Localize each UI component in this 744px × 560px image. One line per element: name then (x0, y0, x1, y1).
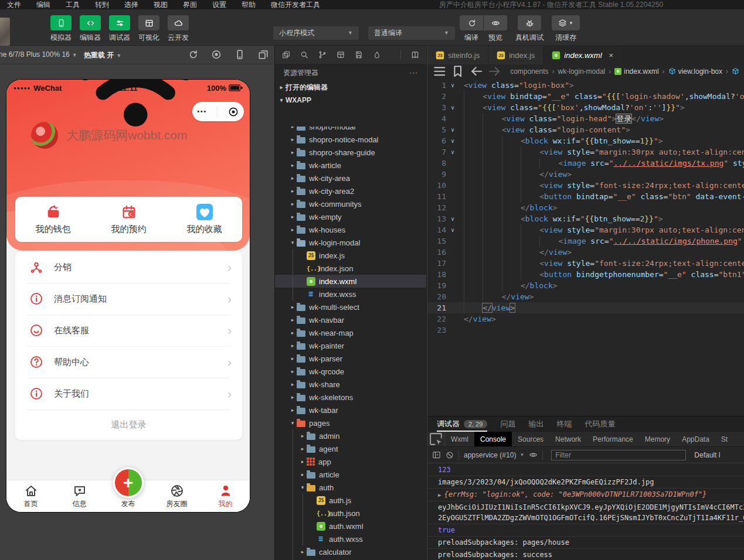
tree-item-app[interactable]: ▸app (275, 455, 426, 468)
clear-console-icon[interactable] (446, 451, 454, 459)
breadcrumb-item-index.wxml[interactable]: oindex.wxml (614, 67, 658, 76)
action-预览[interactable]: 预览 (484, 15, 507, 43)
devtools-tab-AppData[interactable]: AppData (676, 432, 715, 446)
tree-item-index.wxml[interactable]: oindex.wxml (275, 275, 426, 288)
log-levels-select[interactable]: Default l (694, 451, 720, 459)
list-icon[interactable] (432, 64, 447, 78)
code-line-17[interactable]: 17 <view style="font-size:24rpx;text-ali… (427, 258, 744, 269)
code-line-5[interactable]: 5∨ <view class="login-content"> (427, 124, 744, 135)
tree-item-auth[interactable]: ▾auth (275, 481, 426, 494)
console-row-2[interactable]: images/3/2023/04/jxQoOQOQ2dKe2PKZFmGeEQi… (427, 476, 744, 489)
console-row-3[interactable]: ▶{errMsg: "login:ok", code: "0e3WPn000vD… (427, 489, 744, 501)
toggle-sidebar-icon[interactable] (432, 450, 441, 459)
code-line-15[interactable]: 15 <image src="../../static/imgs/phone.p… (427, 235, 744, 247)
tree-item-wk-login-modal[interactable]: ▾wk-login-modal (275, 236, 426, 249)
toolbar-button-可视化[interactable]: 可视化 (138, 15, 159, 43)
tree-item-wk-near-map[interactable]: ▸wk-near-map (275, 326, 426, 339)
logout-button[interactable]: 退出登录 (15, 409, 242, 440)
code-line-2[interactable]: 2 <view bindtap="__e" class="{{['login-s… (427, 91, 744, 102)
code-line-22[interactable]: 22</view> (427, 313, 744, 325)
watch-expressions-icon[interactable] (529, 450, 538, 459)
editor-tab-index.js[interactable]: JSindex.js (488, 46, 543, 64)
tree-item-wk-article[interactable]: ▸wk-article (275, 159, 426, 172)
publish-button[interactable]: + (113, 467, 144, 498)
menu-item-帮助[interactable]: 帮助 (242, 0, 256, 10)
code-line-9[interactable]: 9 </view> (427, 169, 744, 180)
tree-item-wk-empty[interactable]: ▸wk-empty (275, 210, 426, 223)
explorer-save-button[interactable] (355, 50, 363, 59)
tree-item-wk-multi-select[interactable]: ▸wk-multi-select (275, 301, 426, 313)
code-line-8[interactable]: 8 <image src="../../static/imgs/tx.png" … (427, 158, 744, 169)
tree-item-wk-tabar[interactable]: ▸wk-tabar (275, 404, 426, 416)
menu-row-分销[interactable]: 分销› (15, 251, 242, 283)
devtools-tab-Memory[interactable]: Memory (639, 432, 676, 446)
console-row-7[interactable]: preloadSubpackages: success (427, 549, 744, 560)
devtools-tab-Network[interactable]: Network (549, 432, 587, 446)
menu-row-消息订阅通知[interactable]: 消息订阅通知› (15, 283, 242, 315)
menu-item-工具[interactable]: 工具 (66, 0, 80, 10)
code-line-11[interactable]: 11 <button bindtap="__e" class="btn" dat… (427, 191, 744, 202)
explorer-branch-button[interactable] (318, 50, 327, 59)
device-refresh-button[interactable] (188, 49, 198, 60)
code-line-1[interactable]: 1∨<view class="login-box"> (427, 80, 744, 91)
section-WXAPP[interactable]: ▾WXAPP (275, 94, 426, 107)
menu-item-文件[interactable]: 文件 (7, 0, 21, 10)
breadcrumb-item-wk-login-modal[interactable]: wk-login-modal (558, 67, 606, 76)
breadcrumb-item-view.login-box[interactable]: view.login-box (668, 67, 722, 76)
console-row-5[interactable]: true (427, 524, 744, 537)
quick-action-我的钱包[interactable]: 我的钱包 (15, 204, 91, 235)
toolbar-button-模拟器[interactable]: 模拟器 (50, 15, 72, 43)
editor-tab-index.wxml[interactable]: oindex.wxml× (543, 46, 622, 64)
fold-icon[interactable]: ∨ (446, 224, 459, 235)
code-line-10[interactable]: 10 <view style="font-size:24rpx;text-ali… (427, 180, 744, 191)
tree-item-calculator[interactable]: ▸calculator (275, 545, 426, 558)
tree-item-index.json[interactable]: {..}index.json (275, 262, 426, 275)
tree-item-pages[interactable]: ▾pages (275, 416, 426, 429)
console-row-6[interactable]: preloadSubpackages: pages/house (427, 537, 744, 549)
tree-item-wk-painter[interactable]: ▸wk-painter (275, 339, 426, 352)
menu-item-转到[interactable]: 转到 (95, 0, 109, 10)
debug-tab-代码质量[interactable]: 代码质量 (585, 416, 615, 432)
tree-item-auth.wxml[interactable]: oauth.wxml (275, 520, 426, 532)
tree-item-wk-communitys[interactable]: ▸wk-communitys (275, 197, 426, 210)
devtools-tab-Wxml[interactable]: Wxml (445, 432, 474, 446)
explorer-search-button[interactable] (300, 50, 308, 59)
code-line-6[interactable]: 6∨ <block wx:if="{{btn_show==1}}"> (427, 135, 744, 146)
code-line-4[interactable]: 4 <view class="login-head">登录</view> (427, 113, 744, 124)
fold-icon[interactable]: ∨ (446, 146, 459, 158)
breadcrumb-item-components[interactable]: components (510, 67, 548, 76)
tree-item-admin[interactable]: ▸admin (275, 429, 426, 442)
tree-item-wk-parser[interactable]: ▸wk-parser (275, 352, 426, 365)
menu-row-帮助中心[interactable]: 帮助中心› (15, 346, 242, 378)
code-area[interactable]: 1∨<view class="login-box">2 <view bindta… (427, 78, 744, 416)
tree-item-wk-city-area[interactable]: ▸wk-city-area (275, 172, 426, 185)
more-actions-icon[interactable]: ··· (409, 69, 418, 77)
code-line-19[interactable]: 19 </block> (427, 280, 744, 291)
arrow-left-icon[interactable] (469, 64, 484, 78)
tree-item-wk-qrcode[interactable]: ▸wk-qrcode (275, 365, 426, 378)
menu-item-微信开发者工具[interactable]: 微信开发者工具 (271, 0, 320, 10)
tree-item-article[interactable]: ▸article (275, 468, 426, 481)
tree-item-auth.wxss[interactable]: ≡auth.wxss (275, 532, 426, 545)
menu-item-选择[interactable]: 选择 (124, 0, 138, 10)
tabbar-item-首页[interactable]: 首页 (6, 480, 55, 512)
compile-select[interactable]: 普通编译 ▼ (368, 26, 455, 40)
tree-item-wk-navbar[interactable]: ▸wk-navbar (275, 313, 426, 326)
device-select[interactable]: ne 6/7/8 Plus 100% 16▼ (0, 50, 77, 59)
console-row-1[interactable]: 123 (427, 464, 744, 476)
explorer-paint-drop-button[interactable] (373, 50, 381, 59)
tree-item-wk-share[interactable]: ▸wk-share (275, 378, 426, 391)
fold-icon[interactable]: ∨ (446, 135, 459, 146)
mini-program-capsule[interactable]: ••• (192, 102, 244, 121)
devtools-tab-St[interactable]: St (715, 432, 733, 446)
code-line-12[interactable]: 12 </block> (427, 202, 744, 213)
filter-input[interactable] (551, 450, 686, 460)
tree-item-index.js[interactable]: JSindex.js (275, 249, 426, 262)
code-line-20[interactable]: 20 </view> (427, 291, 744, 302)
tree-item-wk-houses[interactable]: ▸wk-houses (275, 223, 426, 236)
console-output[interactable]: 123images/3/2023/04/jxQoOQOQ2dKe2PKZFmGe… (427, 464, 744, 560)
code-line-3[interactable]: 3∨ <view class="{{['box',showModal?'on':… (427, 102, 744, 113)
fold-icon[interactable]: ∨ (446, 213, 459, 224)
tabbar-item-房友圈[interactable]: 房友圈 (152, 480, 201, 512)
debug-tab-问题[interactable]: 问题 (500, 416, 515, 432)
